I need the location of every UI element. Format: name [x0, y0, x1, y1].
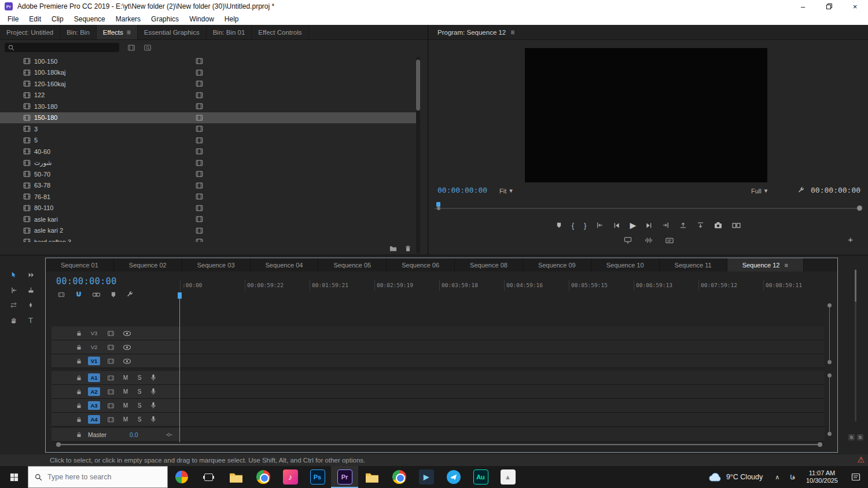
pen-tool[interactable] [22, 298, 39, 313]
list-item[interactable]: 150-180 [0, 112, 416, 124]
audio-track-header[interactable]: A3 M S [52, 399, 180, 413]
toggle-track-output-eye-icon[interactable] [123, 331, 131, 336]
panel-menu-icon[interactable]: ≡ [784, 262, 788, 269]
sequence-tab[interactable]: Sequence 08 ≡ [455, 258, 523, 271]
mute-button[interactable]: M [123, 388, 128, 395]
sync-lock-icon[interactable] [107, 330, 115, 337]
scrollbar-thumb[interactable] [416, 60, 420, 111]
fit-dropdown[interactable]: Fit ▾ [499, 187, 513, 195]
show-keyframes-icon[interactable] [165, 432, 173, 438]
scrubber-playhead[interactable] [436, 202, 440, 207]
menu-item[interactable]: File [2, 15, 24, 23]
solo-button[interactable]: S [137, 402, 142, 409]
lock-icon[interactable] [76, 344, 82, 351]
sequence-tab[interactable]: Sequence 09 ≡ [523, 258, 591, 271]
audio-track-lane[interactable] [180, 399, 825, 413]
panel-tab[interactable]: Effects ≡ [97, 25, 138, 39]
go-to-in-icon[interactable] [596, 222, 604, 229]
lock-icon[interactable] [76, 330, 82, 337]
close-button[interactable]: × [842, 0, 868, 13]
mute-button[interactable]: M [123, 416, 128, 423]
sync-lock-icon[interactable] [107, 358, 115, 365]
menu-item[interactable]: Window [184, 15, 219, 23]
master-volume-value[interactable]: 0.0 [130, 431, 138, 438]
taskbar-search-input[interactable] [47, 473, 161, 481]
slip-tool[interactable] [5, 298, 22, 313]
list-item[interactable]: asle kari 2 [0, 225, 416, 237]
menu-item[interactable]: Sequence [69, 15, 111, 23]
mute-button[interactable]: M [123, 402, 128, 409]
settings-wrench-icon[interactable] [797, 186, 805, 194]
solo-button[interactable]: S [137, 388, 142, 395]
list-item[interactable]: 80-110 [0, 203, 416, 214]
new-custom-bin-icon[interactable] [127, 44, 135, 52]
video-track-header[interactable]: V2 [52, 340, 180, 354]
linked-selection-icon[interactable] [92, 291, 101, 298]
taskbar-app-media-player[interactable]: ♪ [277, 466, 304, 488]
comparison-view-icon[interactable] [732, 222, 741, 229]
solo-right-button[interactable]: S [857, 434, 863, 441]
video-tracks-scrollbar[interactable] [827, 303, 832, 364]
list-item[interactable]: 5 [0, 135, 416, 146]
track-select-tool[interactable] [22, 267, 39, 282]
program-tab-label[interactable]: Program: Sequence 12 [437, 29, 506, 36]
taskbar-search[interactable] [28, 466, 168, 488]
track-target-badge[interactable]: A4 [88, 415, 100, 424]
restore-button[interactable] [816, 0, 842, 13]
list-item[interactable]: asle kari [0, 214, 416, 225]
audio-track-header[interactable]: A1 M S [52, 371, 180, 385]
taskbar-app-browser[interactable] [385, 466, 413, 488]
sync-lock-icon[interactable] [107, 416, 115, 423]
scrollbar-left-handle[interactable] [56, 442, 61, 447]
panel-tab[interactable]: Bin: Bin ≡ [60, 25, 97, 39]
voiceover-mic-icon[interactable] [150, 374, 156, 381]
bin-list-scrollbar[interactable] [416, 57, 420, 254]
lock-icon[interactable] [76, 431, 82, 438]
lock-icon[interactable] [76, 402, 82, 409]
panel-menu-icon[interactable]: ≡ [510, 28, 514, 36]
hand-tool[interactable] [5, 313, 22, 328]
taskbar-app-premiere[interactable]: Pr [331, 466, 358, 488]
list-item[interactable]: hard softan 3 [0, 236, 416, 242]
panel-tab[interactable]: Effect Controls ≡ [252, 25, 308, 39]
solo-button[interactable]: S [137, 375, 142, 381]
sequence-tab[interactable]: Sequence 04 ≡ [251, 258, 319, 271]
program-timecode[interactable]: 00:00:00:00 [437, 186, 487, 195]
mute-button[interactable]: M [123, 375, 128, 381]
scrollbar-handle[interactable] [827, 432, 832, 436]
sequence-tab[interactable]: Sequence 03 ≡ [182, 258, 251, 271]
taskbar-app-file-explorer[interactable] [222, 466, 249, 488]
scrollbar-track[interactable] [829, 305, 830, 362]
mark-in-icon[interactable]: { [572, 221, 574, 230]
taskbar-app-chrome[interactable] [249, 466, 277, 488]
taskbar-app-photoshop[interactable]: Ps [304, 466, 331, 488]
play-button[interactable]: ▶ [630, 221, 636, 230]
master-track-lane[interactable] [180, 428, 825, 442]
meter-scrollbar-thumb[interactable] [855, 270, 856, 302]
toggle-track-output-eye-icon[interactable] [123, 344, 131, 350]
audio-track-lane[interactable] [180, 385, 825, 399]
track-target-badge[interactable]: V1 [88, 357, 100, 365]
audio-track-lane[interactable] [180, 371, 825, 385]
taskbar-app-telegram[interactable] [440, 466, 467, 488]
sync-lock-icon[interactable] [107, 375, 115, 381]
button-editor-plus[interactable]: + [848, 234, 853, 244]
snap-magnet-icon[interactable] [75, 291, 82, 298]
sync-lock-icon[interactable] [107, 344, 115, 351]
sequence-tab[interactable]: Sequence 02 ≡ [114, 258, 182, 271]
time-ruler[interactable]: :00:0000:00:59:2200:01:59:2100:02:59:190… [180, 280, 825, 291]
step-forward-icon[interactable] [646, 222, 652, 229]
panel-tab[interactable]: Bin: Bin 01 ≡ [207, 25, 252, 39]
type-tool[interactable]: T [22, 313, 39, 328]
menu-item[interactable]: Graphics [146, 15, 184, 23]
list-item[interactable]: 63-78 [0, 180, 416, 192]
task-view-button[interactable] [195, 466, 222, 488]
track-target-badge[interactable]: V2 [88, 343, 100, 351]
panel-tab[interactable]: Essential Graphics ≡ [138, 25, 207, 39]
track-target-badge[interactable]: A1 [88, 373, 100, 382]
selection-tool[interactable] [5, 267, 22, 282]
program-video-preview[interactable] [525, 48, 767, 182]
timeline-timecode[interactable]: 00:00:00:00 [56, 276, 117, 287]
scrollbar-handle[interactable] [827, 303, 832, 307]
playhead-head[interactable] [178, 292, 182, 299]
